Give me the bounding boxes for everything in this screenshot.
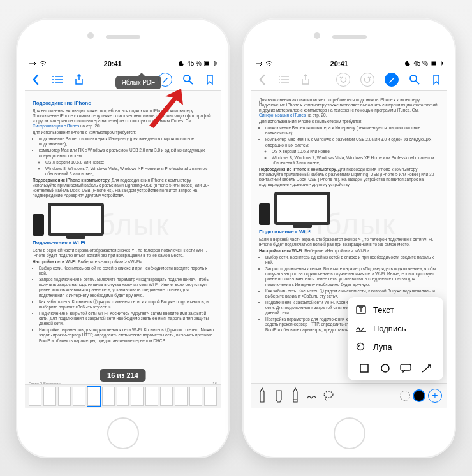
markup-toolbar: + xyxy=(251,383,447,408)
svg-rect-5 xyxy=(432,62,436,66)
page-indicator: 16 из 214 xyxy=(100,369,146,382)
lasso-tool-button[interactable] xyxy=(323,387,334,405)
thumbnail-strip[interactable] xyxy=(25,384,221,408)
markup-button[interactable] xyxy=(385,73,399,87)
sync-link[interactable]: Синхронизация с iTunes xyxy=(33,124,79,128)
outline-button[interactable] xyxy=(52,74,63,85)
battery-icon xyxy=(204,61,217,66)
bookmark-icon xyxy=(432,74,441,85)
menu-item-text[interactable]: Текст xyxy=(348,301,443,319)
share-icon xyxy=(75,74,84,85)
page-thumbnail[interactable] xyxy=(102,387,115,406)
page-thumbnail[interactable] xyxy=(131,387,144,406)
pen-tool-button[interactable] xyxy=(256,387,268,405)
outline-button[interactable] xyxy=(278,74,290,85)
home-button[interactable] xyxy=(334,417,365,449)
redo-icon xyxy=(364,76,371,83)
pen-icon xyxy=(161,76,169,83)
page-thumbnail[interactable] xyxy=(145,387,158,406)
page-thumbnail[interactable] xyxy=(204,387,217,406)
menu-item-magnifier[interactable]: Лупа xyxy=(348,338,443,357)
status-battery: 45 % xyxy=(187,60,202,67)
page-thumbnail[interactable] xyxy=(189,387,202,406)
page-thumbnail[interactable] xyxy=(87,387,100,406)
highlighter-icon xyxy=(274,387,284,405)
search-button[interactable] xyxy=(182,74,194,85)
wifi-icon xyxy=(265,61,273,67)
search-icon xyxy=(182,74,194,85)
doc-heading-1: Подсоединение iPhone xyxy=(33,100,214,106)
share-button[interactable] xyxy=(300,74,311,85)
back-button[interactable] xyxy=(256,74,268,85)
pen-tool-icon xyxy=(258,387,267,405)
svg-point-12 xyxy=(324,391,333,398)
pencil-tool-button[interactable] xyxy=(290,387,301,405)
home-button[interactable] xyxy=(107,417,139,449)
lasso-icon xyxy=(323,390,334,401)
magnifier-icon xyxy=(355,342,367,352)
search-icon xyxy=(409,74,420,85)
highlighter-tool-button[interactable] xyxy=(273,387,284,405)
svg-point-11 xyxy=(381,364,389,372)
phone-right: 20:41 45 % xyxy=(242,18,456,458)
svg-rect-2 xyxy=(216,62,217,65)
airplane-icon xyxy=(29,61,36,67)
doc-illustration xyxy=(259,192,441,225)
share-button[interactable] xyxy=(73,74,85,85)
document-page[interactable]: Яблык Подсоединение iPhone Для выполнени… xyxy=(25,91,221,384)
wifi-icon xyxy=(39,61,47,67)
undo-button[interactable] xyxy=(336,73,350,87)
svg-rect-10 xyxy=(360,364,368,372)
shape-bubble-button[interactable] xyxy=(400,363,411,374)
svg-rect-6 xyxy=(442,62,443,65)
textbox-icon xyxy=(355,305,367,314)
signature-icon xyxy=(355,324,367,333)
pen-icon xyxy=(388,76,395,83)
svg-point-9 xyxy=(357,343,364,350)
eraser-tool-button[interactable] xyxy=(306,387,318,405)
add-shape-button[interactable]: + xyxy=(428,389,442,403)
bookmark-icon xyxy=(205,74,214,85)
page-thumbnail[interactable] xyxy=(175,387,188,406)
airplane-icon xyxy=(255,61,263,67)
status-time: 20:41 xyxy=(104,60,122,68)
share-icon xyxy=(301,74,310,85)
page-thumbnail[interactable] xyxy=(58,387,71,406)
svg-rect-1 xyxy=(205,62,210,66)
page-thumbnail[interactable] xyxy=(160,387,173,406)
markup-tooltip: Яблык PDF xyxy=(115,76,162,89)
reader-toolbar xyxy=(251,69,447,91)
shape-arrow-button[interactable] xyxy=(421,363,432,374)
list-icon xyxy=(52,75,63,84)
page-thumbnail[interactable] xyxy=(29,387,41,406)
phone-left: 20:41 45 % xyxy=(16,18,230,458)
search-button[interactable] xyxy=(409,74,420,85)
page-thumbnail[interactable] xyxy=(73,387,85,406)
status-time: 20:41 xyxy=(330,60,348,68)
back-button[interactable] xyxy=(30,74,41,85)
sync-link[interactable]: Синхронизация с iTunes xyxy=(259,113,306,117)
shape-rect-button[interactable] xyxy=(358,363,370,374)
status-bar: 20:41 45 % xyxy=(251,58,447,69)
redo-button[interactable] xyxy=(360,73,374,87)
doc-illustration xyxy=(33,203,214,236)
color-empty[interactable] xyxy=(400,391,410,401)
pencil-icon xyxy=(291,387,299,405)
svg-point-7 xyxy=(410,75,417,82)
back-chevron-icon xyxy=(32,74,40,85)
battery-icon xyxy=(431,61,443,66)
moon-icon xyxy=(405,61,411,66)
page-thumbnail[interactable] xyxy=(117,387,129,406)
svg-point-3 xyxy=(184,75,190,82)
color-black[interactable] xyxy=(414,391,424,401)
status-battery: 45 % xyxy=(413,60,428,67)
moon-icon xyxy=(179,61,184,66)
bookmark-button[interactable] xyxy=(204,74,216,85)
doc-heading-2: Подключение к Wi-Fi xyxy=(259,229,441,235)
page-thumbnail[interactable] xyxy=(43,387,56,406)
menu-item-signature[interactable]: Подпись xyxy=(348,319,443,338)
list-icon xyxy=(278,75,290,84)
bookmark-button[interactable] xyxy=(431,74,442,85)
shape-circle-button[interactable] xyxy=(380,363,391,374)
doc-heading-2: Подключение к Wi-Fi xyxy=(33,240,214,246)
